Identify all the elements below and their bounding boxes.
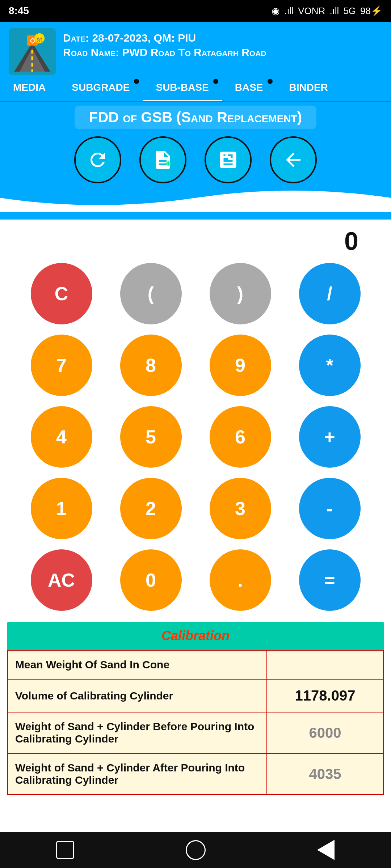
tab-bar: MEDIA SUBGRADE SUB-BASE BASE BINDER bbox=[0, 75, 391, 102]
tab-dot-base bbox=[268, 79, 273, 84]
cal-value-volume[interactable]: 1178.097 bbox=[267, 680, 383, 712]
tab-base[interactable]: BASE bbox=[222, 75, 276, 101]
calculator-button[interactable] bbox=[205, 136, 252, 183]
btn-eq[interactable]: = bbox=[299, 549, 361, 611]
btn-8[interactable]: 8 bbox=[120, 335, 182, 396]
tab-subgrade[interactable]: SUBGRADE bbox=[59, 75, 143, 101]
battery-icon: 98⚡ bbox=[360, 5, 382, 17]
btn-5[interactable]: 5 bbox=[120, 406, 182, 468]
cal-label-mean-weight: Mean Weight Of Sand In Cone bbox=[8, 651, 267, 679]
btn-9[interactable]: 9 bbox=[210, 335, 271, 396]
refresh-button[interactable] bbox=[74, 136, 121, 183]
wifi-icon: ◉ bbox=[272, 5, 280, 17]
tab-dot-subgrade bbox=[134, 79, 139, 84]
triangle-icon bbox=[317, 840, 335, 860]
wave-section bbox=[0, 129, 391, 234]
status-bar: 8:45 ◉ .ıll VONR .ıll 5G 98⚡ bbox=[0, 0, 391, 22]
cal-value-mean-weight[interactable] bbox=[267, 651, 383, 679]
cal-row-weight-before: Weight of Sand + Cylinder Before Pouring… bbox=[7, 712, 384, 754]
tab-binder[interactable]: BINDER bbox=[276, 75, 341, 101]
btn-0[interactable]: 0 bbox=[120, 549, 182, 611]
page-title: FDD of GSB (Sand Replacement) bbox=[75, 106, 316, 129]
cal-value-weight-before[interactable]: 6000 bbox=[267, 712, 383, 753]
tab-dot-subbase bbox=[213, 79, 218, 84]
bottom-nav bbox=[0, 832, 391, 868]
btn-c[interactable]: C bbox=[31, 263, 92, 324]
cal-value-weight-after[interactable]: 4035 bbox=[267, 754, 383, 794]
btn-rp[interactable]: ) bbox=[210, 263, 271, 324]
nav-home-button[interactable] bbox=[51, 835, 80, 864]
btn-mul[interactable]: * bbox=[299, 335, 361, 396]
btn-div[interactable]: / bbox=[299, 263, 361, 324]
page-title-section: FDD of GSB (Sand Replacement) bbox=[0, 102, 391, 129]
new-file-icon bbox=[152, 149, 174, 171]
calculator-icon bbox=[217, 149, 239, 171]
cal-label-volume: Volume of Calibrating Cylinder bbox=[8, 680, 267, 712]
calculator-grid: C ( ) / 7 8 9 * 4 5 6 + 1 2 3 - AC 0 . = bbox=[22, 263, 369, 611]
btn-sub[interactable]: - bbox=[299, 478, 361, 539]
road-name: Road Name: PWD Road To Ratagarh Road bbox=[63, 46, 266, 59]
square-icon bbox=[56, 841, 74, 859]
calculator-display: 0 bbox=[22, 220, 369, 259]
cal-label-weight-before: Weight of Sand + Cylinder Before Pouring… bbox=[8, 712, 267, 753]
back-icon bbox=[282, 149, 304, 171]
date-qm: Date: 28-07-2023, QM: PIU bbox=[63, 32, 266, 44]
btn-6[interactable]: 6 bbox=[210, 406, 271, 468]
circle-icon bbox=[186, 840, 206, 860]
signal-icon: .ıll bbox=[284, 5, 294, 17]
btn-add[interactable]: + bbox=[299, 406, 361, 468]
calibration-header: Calibration bbox=[7, 622, 384, 650]
wave-decoration bbox=[0, 183, 391, 212]
btn-lp[interactable]: ( bbox=[120, 263, 182, 324]
cal-row-weight-after: Weight of Sand + Cylinder After Pouring … bbox=[7, 754, 384, 795]
tab-media[interactable]: MEDIA bbox=[0, 75, 59, 101]
cal-row-mean-weight: Mean Weight Of Sand In Cone bbox=[7, 650, 384, 680]
app-logo: ◇ 👷 bbox=[9, 28, 56, 75]
app-header: ◇ 👷 Date: 28-07-2023, QM: PIU Road Name:… bbox=[0, 22, 391, 75]
tab-subbase[interactable]: SUB-BASE bbox=[143, 75, 222, 101]
nav-recent-button[interactable] bbox=[311, 835, 340, 864]
btn-ac[interactable]: AC bbox=[31, 549, 92, 611]
header-info: Date: 28-07-2023, QM: PIU Road Name: PWD… bbox=[63, 28, 266, 59]
status-icons: ◉ .ıll VONR .ıll 5G 98⚡ bbox=[272, 5, 382, 17]
refresh-icon bbox=[87, 149, 109, 171]
vonr-badge: VONR bbox=[298, 5, 325, 17]
signal2-icon: .ıll bbox=[329, 5, 339, 17]
btn-7[interactable]: 7 bbox=[31, 335, 92, 396]
btn-dot[interactable]: . bbox=[210, 549, 271, 611]
btn-4[interactable]: 4 bbox=[31, 406, 92, 468]
cal-row-volume: Volume of Calibrating Cylinder 1178.097 bbox=[7, 680, 384, 712]
action-buttons bbox=[0, 129, 391, 183]
network-5g-icon: 5G bbox=[343, 5, 356, 17]
new-file-button[interactable] bbox=[139, 136, 186, 183]
btn-1[interactable]: 1 bbox=[31, 478, 92, 539]
calibration-title: Calibration bbox=[161, 628, 230, 643]
status-time: 8:45 bbox=[9, 5, 29, 17]
btn-3[interactable]: 3 bbox=[210, 478, 271, 539]
calculator-section: 0 C ( ) / 7 8 9 * 4 5 6 + 1 2 3 - AC 0 .… bbox=[0, 220, 391, 622]
svg-text:👷: 👷 bbox=[36, 35, 43, 42]
nav-back-button[interactable] bbox=[181, 835, 210, 864]
btn-2[interactable]: 2 bbox=[120, 478, 182, 539]
back-button[interactable] bbox=[270, 136, 317, 183]
calibration-section: Calibration Mean Weight Of Sand In Cone … bbox=[0, 622, 391, 809]
cal-label-weight-after: Weight of Sand + Cylinder After Pouring … bbox=[8, 754, 267, 794]
